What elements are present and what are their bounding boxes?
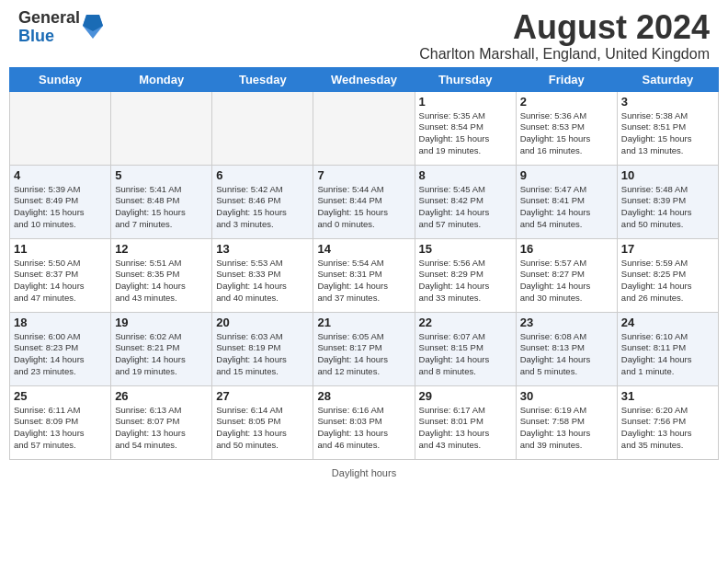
day-info: Sunrise: 6:00 AM Sunset: 8:23 PM Dayligh… <box>14 331 107 378</box>
day-info: Sunrise: 6:17 AM Sunset: 8:01 PM Dayligh… <box>419 405 512 452</box>
day-number: 26 <box>115 389 208 403</box>
day-info: Sunrise: 5:36 AM Sunset: 8:53 PM Dayligh… <box>520 110 613 157</box>
day-number: 19 <box>115 316 208 329</box>
calendar-header-row: Sunday Monday Tuesday Wednesday Thursday… <box>10 67 719 91</box>
header-saturday: Saturday <box>617 67 718 91</box>
table-row: 12Sunrise: 5:51 AM Sunset: 8:35 PM Dayli… <box>111 238 212 312</box>
table-row: 18Sunrise: 6:00 AM Sunset: 8:23 PM Dayli… <box>10 312 111 385</box>
day-info: Sunrise: 5:38 AM Sunset: 8:51 PM Dayligh… <box>621 110 714 157</box>
day-info: Sunrise: 6:03 AM Sunset: 8:19 PM Dayligh… <box>216 331 309 378</box>
day-number: 12 <box>115 242 208 256</box>
footer-note: Daylight hours <box>0 465 728 481</box>
day-number: 11 <box>14 242 107 256</box>
table-row: 2Sunrise: 5:36 AM Sunset: 8:53 PM Daylig… <box>516 91 617 165</box>
day-info: Sunrise: 5:39 AM Sunset: 8:49 PM Dayligh… <box>14 184 107 231</box>
day-info: Sunrise: 5:44 AM Sunset: 8:44 PM Dayligh… <box>317 184 410 231</box>
calendar-week-row: 18Sunrise: 6:00 AM Sunset: 8:23 PM Dayli… <box>10 312 719 385</box>
day-info: Sunrise: 6:13 AM Sunset: 8:07 PM Dayligh… <box>115 405 208 452</box>
calendar-week-row: 1Sunrise: 5:35 AM Sunset: 8:54 PM Daylig… <box>10 91 719 165</box>
day-number: 17 <box>621 242 714 256</box>
day-number: 18 <box>14 316 107 329</box>
day-info: Sunrise: 5:48 AM Sunset: 8:39 PM Dayligh… <box>621 184 714 231</box>
table-row: 24Sunrise: 6:10 AM Sunset: 8:11 PM Dayli… <box>617 312 718 385</box>
table-row: 3Sunrise: 5:38 AM Sunset: 8:51 PM Daylig… <box>617 91 718 165</box>
table-row: 8Sunrise: 5:45 AM Sunset: 8:42 PM Daylig… <box>415 165 516 238</box>
table-row: 25Sunrise: 6:11 AM Sunset: 8:09 PM Dayli… <box>10 385 111 459</box>
day-info: Sunrise: 5:42 AM Sunset: 8:46 PM Dayligh… <box>216 184 309 231</box>
day-info: Sunrise: 5:56 AM Sunset: 8:29 PM Dayligh… <box>419 258 512 304</box>
table-row: 15Sunrise: 5:56 AM Sunset: 8:29 PM Dayli… <box>415 238 516 312</box>
day-info: Sunrise: 6:11 AM Sunset: 8:09 PM Dayligh… <box>14 405 107 452</box>
day-info: Sunrise: 5:51 AM Sunset: 8:35 PM Dayligh… <box>115 258 208 304</box>
day-number: 28 <box>317 389 410 403</box>
header-wednesday: Wednesday <box>313 67 415 91</box>
table-row <box>111 91 212 165</box>
table-row <box>313 91 415 165</box>
day-number: 13 <box>216 242 309 256</box>
calendar-week-row: 4Sunrise: 5:39 AM Sunset: 8:49 PM Daylig… <box>10 165 719 238</box>
title-area: August 2024 Charlton Marshall, England, … <box>103 9 710 63</box>
header-friday: Friday <box>516 67 617 91</box>
table-row: 17Sunrise: 5:59 AM Sunset: 8:25 PM Dayli… <box>617 238 718 312</box>
day-info: Sunrise: 6:14 AM Sunset: 8:05 PM Dayligh… <box>216 405 309 452</box>
day-info: Sunrise: 6:20 AM Sunset: 7:56 PM Dayligh… <box>621 405 714 452</box>
table-row: 22Sunrise: 6:07 AM Sunset: 8:15 PM Dayli… <box>415 312 516 385</box>
table-row: 11Sunrise: 5:50 AM Sunset: 8:37 PM Dayli… <box>10 238 111 312</box>
day-number: 9 <box>520 168 613 182</box>
day-number: 29 <box>419 389 512 403</box>
day-info: Sunrise: 6:07 AM Sunset: 8:15 PM Dayligh… <box>419 331 512 378</box>
logo-general-text: General <box>18 8 80 27</box>
day-info: Sunrise: 5:57 AM Sunset: 8:27 PM Dayligh… <box>520 258 613 304</box>
day-info: Sunrise: 5:53 AM Sunset: 8:33 PM Dayligh… <box>216 258 309 304</box>
day-info: Sunrise: 5:45 AM Sunset: 8:42 PM Dayligh… <box>419 184 512 231</box>
table-row: 29Sunrise: 6:17 AM Sunset: 8:01 PM Dayli… <box>415 385 516 459</box>
calendar-table: Sunday Monday Tuesday Wednesday Thursday… <box>9 67 719 460</box>
day-number: 15 <box>419 242 512 256</box>
day-number: 2 <box>520 95 613 109</box>
table-row: 28Sunrise: 6:16 AM Sunset: 8:03 PM Dayli… <box>313 385 415 459</box>
table-row: 26Sunrise: 6:13 AM Sunset: 8:07 PM Dayli… <box>111 385 212 459</box>
day-number: 21 <box>317 316 410 329</box>
month-title: August 2024 <box>103 9 710 46</box>
day-number: 8 <box>419 168 512 182</box>
header: General Blue August 2024 Charlton Marsha… <box>0 0 728 67</box>
table-row: 30Sunrise: 6:19 AM Sunset: 7:58 PM Dayli… <box>516 385 617 459</box>
day-info: Sunrise: 6:08 AM Sunset: 8:13 PM Dayligh… <box>520 331 613 378</box>
logo-icon <box>83 13 103 39</box>
header-monday: Monday <box>111 67 212 91</box>
table-row: 1Sunrise: 5:35 AM Sunset: 8:54 PM Daylig… <box>415 91 516 165</box>
table-row <box>212 91 313 165</box>
daylight-label: Daylight hours <box>332 467 396 478</box>
day-number: 23 <box>520 316 613 329</box>
logo-blue-text: Blue <box>18 27 54 45</box>
day-info: Sunrise: 6:10 AM Sunset: 8:11 PM Dayligh… <box>621 331 714 378</box>
table-row <box>10 91 111 165</box>
header-sunday: Sunday <box>10 67 111 91</box>
table-row: 14Sunrise: 5:54 AM Sunset: 8:31 PM Dayli… <box>313 238 415 312</box>
day-info: Sunrise: 5:35 AM Sunset: 8:54 PM Dayligh… <box>419 110 512 157</box>
day-info: Sunrise: 6:19 AM Sunset: 7:58 PM Dayligh… <box>520 405 613 452</box>
day-number: 30 <box>520 389 613 403</box>
header-thursday: Thursday <box>415 67 516 91</box>
day-info: Sunrise: 5:59 AM Sunset: 8:25 PM Dayligh… <box>621 258 714 304</box>
day-info: Sunrise: 6:16 AM Sunset: 8:03 PM Dayligh… <box>317 405 410 452</box>
day-number: 27 <box>216 389 309 403</box>
day-info: Sunrise: 6:05 AM Sunset: 8:17 PM Dayligh… <box>317 331 410 378</box>
table-row: 9Sunrise: 5:47 AM Sunset: 8:41 PM Daylig… <box>516 165 617 238</box>
day-info: Sunrise: 5:47 AM Sunset: 8:41 PM Dayligh… <box>520 184 613 231</box>
day-number: 1 <box>419 95 512 109</box>
table-row: 21Sunrise: 6:05 AM Sunset: 8:17 PM Dayli… <box>313 312 415 385</box>
table-row: 16Sunrise: 5:57 AM Sunset: 8:27 PM Dayli… <box>516 238 617 312</box>
table-row: 4Sunrise: 5:39 AM Sunset: 8:49 PM Daylig… <box>10 165 111 238</box>
table-row: 13Sunrise: 5:53 AM Sunset: 8:33 PM Dayli… <box>212 238 313 312</box>
day-number: 10 <box>621 168 714 182</box>
header-tuesday: Tuesday <box>212 67 313 91</box>
day-number: 16 <box>520 242 613 256</box>
day-number: 25 <box>14 389 107 403</box>
location-title: Charlton Marshall, England, United Kingd… <box>103 46 710 63</box>
day-info: Sunrise: 5:50 AM Sunset: 8:37 PM Dayligh… <box>14 258 107 304</box>
table-row: 27Sunrise: 6:14 AM Sunset: 8:05 PM Dayli… <box>212 385 313 459</box>
table-row: 23Sunrise: 6:08 AM Sunset: 8:13 PM Dayli… <box>516 312 617 385</box>
day-number: 22 <box>419 316 512 329</box>
table-row: 10Sunrise: 5:48 AM Sunset: 8:39 PM Dayli… <box>617 165 718 238</box>
